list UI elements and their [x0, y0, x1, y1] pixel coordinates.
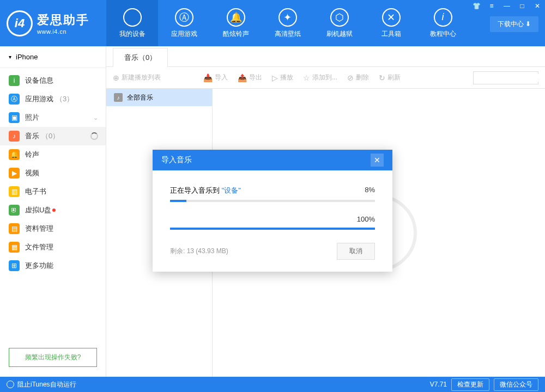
wallpaper-icon: ✦ [278, 8, 297, 27]
sidebar-item-count: （0） [41, 131, 59, 141]
search-box[interactable]: 🔍 [473, 71, 538, 84]
music-note-icon: ♪ [114, 93, 123, 102]
video-icon: ▶ [9, 168, 20, 179]
app-header: i4 爱思助手 www.i4.cn 我的设备 Ⓐ应用游戏 🔔酷炫铃声 ✦高清壁纸… [0, 0, 545, 46]
sidebar-item-label: 照片 [25, 113, 39, 122]
sidebar-item-data[interactable]: ▤ 资料管理 [0, 219, 106, 238]
bell-icon: 🔔 [227, 8, 245, 27]
menu-icon[interactable]: ≡ [484, 0, 499, 12]
itunes-block-toggle[interactable]: 阻止iTunes自动运行 [7, 380, 76, 389]
notification-dot-icon [52, 209, 56, 212]
help-link[interactable]: 频繁出现操作失败? [9, 348, 97, 367]
minimize-button[interactable]: — [499, 0, 514, 12]
loading-spinner-icon [90, 132, 98, 140]
sidebar-item-label: 应用游戏 [25, 94, 53, 104]
nav-tutorials[interactable]: i教程中心 [417, 0, 469, 46]
delete-button[interactable]: ⊘删除 [347, 73, 369, 82]
sidebar-item-file[interactable]: ▦ 文件管理 [0, 238, 106, 256]
import-button[interactable]: 📥导入 [203, 73, 228, 82]
add-to-button[interactable]: ☆添加到... [303, 73, 337, 82]
sidebar-item-label: 音乐 [25, 131, 39, 141]
sidebar-item-more[interactable]: ⊞ 更多功能 [0, 256, 106, 275]
apple-icon [123, 8, 142, 27]
info-icon: i [9, 75, 20, 86]
nav-apps[interactable]: Ⓐ应用游戏 [158, 0, 210, 46]
nav-wallpaper[interactable]: ✦高清壁纸 [262, 0, 313, 46]
refresh-button[interactable]: ↻刷新 [379, 73, 401, 82]
circle-icon [7, 381, 14, 388]
box-icon: ⬡ [330, 8, 349, 27]
import-modal: 导入音乐 ✕ 正在导入音乐到 "设备" 8% 100% 剩余: 13 (43.9… [153, 150, 392, 272]
book-icon: ▥ [9, 186, 20, 197]
star-icon: ☆ [303, 74, 310, 82]
sidebar-item-video[interactable]: ▶ 视频 [0, 164, 106, 182]
toolbar: ⊕新建播放列表 📥导入 📤导出 ▷播放 ☆添加到... ⊘删除 ↻刷新 🔍 [106, 67, 545, 89]
music-icon: ♪ [9, 131, 20, 142]
sidebar-item-book[interactable]: ▥ 电子书 [0, 182, 106, 201]
tshirt-icon[interactable]: 👕 [469, 0, 484, 12]
refresh-icon: ↻ [379, 74, 385, 82]
check-update-button[interactable]: 检查更新 [451, 378, 489, 391]
category-all-music[interactable]: ♪ 全部音乐 [106, 89, 212, 106]
ring-icon: 🔔 [9, 149, 20, 160]
app-subtitle: www.i4.cn [37, 28, 89, 35]
download-center-button[interactable]: 下载中心 ⬇ [490, 16, 538, 32]
plus-icon: ⊕ [113, 74, 119, 82]
sidebar-item-ring[interactable]: 🔔 铃声 [0, 145, 106, 164]
sidebar-item-app[interactable]: Ⓐ 应用游戏 （3） [0, 90, 106, 108]
progress-1-percent: 8% [365, 186, 375, 195]
cancel-button[interactable]: 取消 [337, 243, 375, 260]
app-title: 爱思助手 [37, 12, 89, 28]
device-name: iPhone [16, 53, 38, 61]
data-icon: ▤ [9, 223, 20, 234]
maximize-button[interactable]: □ [514, 0, 530, 12]
app-icon: Ⓐ [9, 94, 20, 105]
logo-area: i4 爱思助手 www.i4.cn [0, 10, 106, 36]
nav-jailbreak[interactable]: ⬡刷机越狱 [313, 0, 365, 46]
photo-icon: ▣ [9, 112, 20, 123]
play-icon: ▷ [272, 74, 278, 82]
sidebar-item-label: 更多功能 [25, 261, 53, 271]
delete-icon: ⊘ [347, 74, 354, 82]
chevron-down-icon: ▾ [9, 54, 11, 60]
new-playlist-button[interactable]: ⊕新建播放列表 [113, 73, 161, 82]
sidebar-item-label: 铃声 [25, 150, 39, 160]
device-header[interactable]: ▾ iPhone [0, 46, 106, 68]
more-icon: ⊞ [9, 260, 20, 271]
modal-title: 导入音乐 [161, 155, 192, 165]
sidebar-item-label: 设备信息 [25, 76, 53, 85]
tools-icon: ✕ [382, 8, 401, 27]
nav-ringtones[interactable]: 🔔酷炫铃声 [210, 0, 262, 46]
sidebar-item-usb[interactable]: ⛨ 虚拟U盘 [0, 201, 106, 219]
sidebar-item-count: （3） [56, 94, 74, 104]
search-input[interactable] [477, 74, 545, 82]
version-label: V7.71 [430, 381, 447, 388]
nav-tabs: 我的设备 Ⓐ应用游戏 🔔酷炫铃声 ✦高清壁纸 ⬡刷机越狱 ✕工具箱 i教程中心 [106, 0, 469, 46]
nav-my-device[interactable]: 我的设备 [106, 0, 158, 46]
sidebar-item-photo[interactable]: ▣ 照片 ⌄ [0, 108, 106, 127]
sidebar-item-label: 虚拟U盘 [25, 205, 51, 215]
export-icon: 📤 [238, 74, 247, 82]
chevron-down-icon[interactable]: ⌄ [93, 114, 98, 121]
export-button[interactable]: 📤导出 [238, 73, 262, 82]
play-button[interactable]: ▷播放 [272, 73, 293, 82]
close-button[interactable]: ✕ [530, 0, 545, 12]
window-controls: 👕 ≡ — □ ✕ [469, 0, 545, 12]
sidebar-item-music[interactable]: ♪ 音乐 （0） [0, 127, 106, 145]
tab-music[interactable]: 音乐（0） [113, 48, 168, 67]
info-icon: i [434, 8, 452, 27]
remaining-label: 剩余: 13 (43.93 MB) [170, 247, 337, 256]
status-bar: 阻止iTunes自动运行 V7.71 检查更新 微信公众号 [0, 377, 545, 392]
sidebar-item-label: 视频 [25, 168, 39, 178]
modal-header: 导入音乐 ✕ [153, 150, 392, 170]
modal-close-button[interactable]: ✕ [371, 154, 384, 167]
file-icon: ▦ [9, 242, 20, 253]
progress-bar-2 [170, 228, 375, 230]
appstore-icon: Ⓐ [175, 8, 193, 27]
sidebar-item-label: 电子书 [25, 187, 46, 197]
nav-toolbox[interactable]: ✕工具箱 [365, 0, 417, 46]
wechat-button[interactable]: 微信公众号 [494, 378, 538, 391]
sidebar-item-info[interactable]: i 设备信息 [0, 71, 106, 90]
usb-icon: ⛨ [9, 205, 20, 216]
progress-2-percent: 100% [357, 215, 375, 223]
